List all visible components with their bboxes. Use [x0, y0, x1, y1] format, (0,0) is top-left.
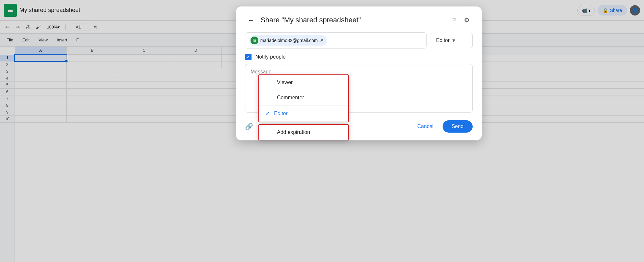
help-button[interactable]: ? [448, 14, 460, 26]
role-label: Editor [436, 38, 450, 43]
role-option-commenter[interactable]: Commenter [259, 90, 348, 105]
cancel-button[interactable]: Cancel [412, 121, 439, 132]
role-option-editor[interactable]: ✓ Editor [259, 105, 348, 122]
dialog-title: Share "My shared spreadsheet" [261, 16, 448, 24]
notify-row: ✓ Notify people [245, 54, 473, 60]
notify-label: Notify people [255, 54, 285, 60]
chip-avatar: m [251, 37, 258, 44]
back-button[interactable]: ← [245, 14, 257, 26]
email-input-area[interactable]: m mariadelolmo82@gmail.com ✕ [245, 32, 427, 49]
add-expiration-option[interactable]: Add expiration [259, 125, 348, 140]
add-expiration-section: Add expiration [258, 124, 349, 140]
role-options-group: Viewer Commenter ✓ Editor [258, 74, 349, 122]
chip-email-text: mariadelolmo82@gmail.com [260, 38, 318, 43]
copy-link-button[interactable]: 🔗 [245, 123, 253, 130]
dialog-header: ← Share "My shared spreadsheet" ? ⚙ [245, 14, 473, 26]
send-button[interactable]: Send [443, 120, 473, 133]
role-option-viewer[interactable]: Viewer [259, 75, 348, 90]
role-menu: Viewer Commenter ✓ Editor Add expiration [258, 74, 349, 140]
settings-button[interactable]: ⚙ [461, 14, 473, 26]
footer-actions: Cancel Send [412, 120, 473, 133]
dropdown-arrow-icon: ▾ [452, 37, 455, 44]
chip-remove-button[interactable]: ✕ [320, 38, 324, 43]
notify-checkbox[interactable]: ✓ [245, 54, 252, 60]
recipient-row: m mariadelolmo82@gmail.com ✕ Editor ▾ [245, 32, 473, 49]
email-chip: m mariadelolmo82@gmail.com ✕ [249, 35, 327, 46]
link-icon: 🔗 [245, 123, 253, 130]
check-icon: ✓ [265, 110, 270, 117]
role-dropdown[interactable]: Editor ▾ [431, 33, 473, 48]
